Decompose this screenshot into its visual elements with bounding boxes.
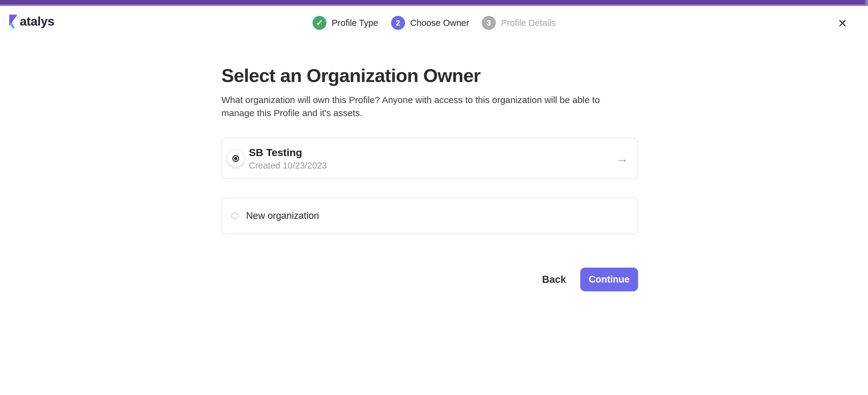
step-choose-owner: 2 Choose Owner [391,16,469,30]
step-label-profile-type: Profile Type [332,18,378,28]
katalys-logo: atalys [9,15,54,28]
radio-unselected[interactable] [231,212,239,220]
organization-option-new[interactable]: New organization [221,198,638,234]
page-description: What organization will own this Profile?… [221,93,638,119]
new-organization-label: New organization [246,210,319,221]
step-upcoming-circle: 3 [482,16,496,30]
step-profile-type: ✓ Profile Type [312,16,378,30]
continue-button[interactable]: Continue [580,267,638,291]
page-title: Select an Organization Owner [221,65,638,87]
close-button[interactable]: ✕ [836,16,849,31]
top-progress-endcap [865,0,868,5]
page-description-line1: What organization will own this Profile?… [221,93,638,106]
radio-selected-dot [232,155,239,162]
organization-name: SB Testing [249,147,327,159]
top-progress-track [0,5,868,6]
step-label-choose-owner: Choose Owner [410,18,469,28]
katalys-k-mark-icon [9,15,19,28]
check-icon: ✓ [316,18,323,28]
top-progress-fill [0,0,868,5]
radio-selected[interactable] [227,150,244,167]
page-description-line2: manage this Profile and it's assets. [221,106,638,119]
organization-created-date: Created 10/23/2023 [249,161,327,171]
step-profile-details: 3 Profile Details [482,16,556,30]
organization-option-text: SB Testing Created 10/23/2023 [249,147,327,171]
step-current-circle: 2 [391,16,405,30]
step-complete-circle: ✓ [312,16,327,30]
back-button[interactable]: Back [542,274,566,285]
close-icon: ✕ [838,17,847,30]
katalys-logo-text: atalys [20,15,54,28]
step-label-profile-details: Profile Details [501,18,556,28]
arrow-right-icon: → [616,152,628,165]
wizard-stepper: ✓ Profile Type 2 Choose Owner 3 Profile … [312,16,556,30]
choose-owner-panel: Select an Organization Owner What organi… [221,65,638,291]
organization-option-sb-testing[interactable]: SB Testing Created 10/23/2023 → [221,138,638,179]
top-progress-bar [0,0,868,6]
wizard-footer: Back Continue [221,267,638,291]
